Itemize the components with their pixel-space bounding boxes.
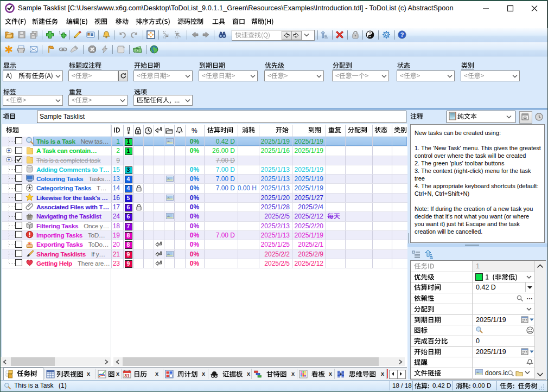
svg-text:?: ? bbox=[400, 31, 404, 38]
svg-text:31: 31 bbox=[124, 373, 130, 378]
